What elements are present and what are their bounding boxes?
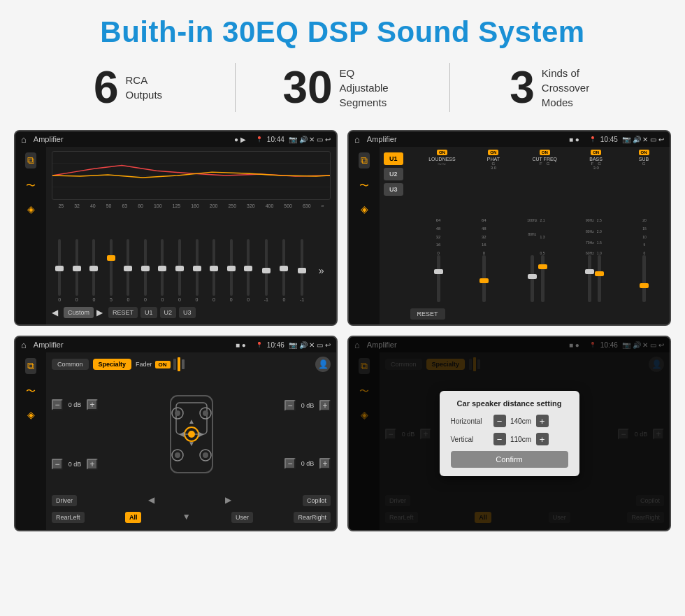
sidebar-eq-icon-2[interactable]: ⧉	[359, 152, 370, 169]
cx-sub-slider[interactable]: 20 15 10 5 0	[642, 218, 647, 302]
cx-u3-btn[interactable]: U3	[384, 183, 403, 196]
user-btn-3[interactable]: User	[231, 512, 253, 523]
rearleft-btn-3[interactable]: RearLeft	[52, 512, 85, 523]
eq-slider-8[interactable]: 0	[196, 239, 199, 302]
svg-point-10	[175, 452, 180, 458]
fader-row-3: Fader ON 👤	[136, 357, 331, 372]
arrow-right-3[interactable]: ▶	[225, 495, 231, 506]
fader-on-3[interactable]: ON	[155, 361, 171, 368]
cx-cutfreq-on[interactable]: ON	[540, 150, 550, 155]
home-icon-3[interactable]: ⌂	[21, 340, 27, 350]
eq-val-7: 0	[178, 297, 181, 302]
next-icon[interactable]: ▶	[96, 308, 103, 317]
cx-loudness-label: LOUDNESS	[428, 157, 456, 162]
confirm-btn[interactable]: Confirm	[451, 451, 568, 468]
cx-bass-on[interactable]: ON	[591, 150, 601, 155]
eq-slider-4[interactable]: 0	[127, 239, 129, 302]
sp-minus-bl[interactable]: −	[52, 459, 63, 470]
eq-slider-5[interactable]: 0	[144, 239, 147, 302]
eq-slider-10[interactable]: 0	[230, 239, 233, 302]
eq-slider-2[interactable]: 0	[92, 239, 95, 302]
sp-minus-br[interactable]: −	[284, 458, 296, 469]
cx-loudness-slider[interactable]: 64 48 32 16 0	[436, 218, 441, 302]
sidebar-eq-icon-3[interactable]: ⧉	[25, 358, 36, 374]
arrow-down-3[interactable]: ▼	[182, 512, 191, 523]
eq-bottom-bar: ◀ Custom ▶ RESET U1 U2 U3	[52, 305, 331, 320]
eq-slider-9[interactable]: 0	[212, 239, 215, 302]
sidebar-speaker-icon[interactable]: ◈	[27, 203, 35, 215]
copilot-btn-3[interactable]: Copilot	[303, 495, 331, 506]
horizontal-minus-btn[interactable]: −	[493, 415, 506, 427]
sp-minus-tl[interactable]: −	[52, 399, 63, 410]
cx-cutfreq-sliders[interactable]: 100Hz 80Hz	[527, 218, 545, 302]
eq-slider-11[interactable]: 0	[247, 239, 250, 302]
all-btn-3[interactable]: All	[125, 512, 142, 523]
cx-loudness-tracks	[437, 255, 440, 302]
u2-btn-1[interactable]: U2	[160, 307, 177, 318]
eq-more-btn[interactable]: »	[319, 239, 324, 302]
screen-crossover: ⌂ Amplifier ■ ● 📍 10:45 📷 🔊 ✕ ▭ ↩ ⧉ 〜 ◈ …	[347, 130, 671, 326]
cx-bass-sliders[interactable]: 90Hz 80Hz 70Hz 60Hz	[586, 218, 602, 302]
sidebar-speaker-icon-3[interactable]: ◈	[27, 409, 35, 420]
dialog-vertical-label: Vertical	[451, 436, 489, 443]
eq-slider-14[interactable]: -1	[300, 239, 304, 302]
driver-btn-3[interactable]: Driver	[52, 495, 77, 506]
eq-slider-13[interactable]: 0	[282, 239, 285, 302]
location-icon-2: 📍	[589, 136, 596, 143]
status-bar-2: ⌂ Amplifier ■ ● 📍 10:45 📷 🔊 ✕ ▭ ↩	[349, 131, 670, 147]
status-icons-2: 📷 🔊 ✕ ▭ ↩	[622, 136, 664, 143]
sp-plus-tl[interactable]: +	[87, 399, 98, 410]
cx-bass: ON BASS F G 3.0	[584, 150, 608, 170]
arrow-left-3[interactable]: ◀	[148, 495, 154, 506]
eq-slider-3[interactable]: 5	[110, 239, 113, 302]
sp-minus-tr[interactable]: −	[284, 400, 296, 411]
eq-slider-1[interactable]: 0	[75, 239, 78, 302]
vertical-plus-btn[interactable]: +	[536, 433, 549, 445]
sidebar-wave-icon-2[interactable]: 〜	[359, 180, 369, 192]
horizontal-plus-btn[interactable]: +	[536, 415, 549, 427]
cx-u1-btn[interactable]: U1	[384, 152, 403, 165]
cx-phat-label: PHAT	[487, 157, 500, 162]
cx-phat: ON PHAT G 3.0	[481, 150, 505, 170]
cx-phat-slider[interactable]: 64 48 32 16 0	[482, 218, 486, 302]
u1-btn-1[interactable]: U1	[140, 307, 157, 318]
sidebar-volume-icon-2[interactable]: ◈	[361, 203, 368, 215]
cx-phat-on[interactable]: ON	[488, 150, 498, 155]
sp-plus-tr[interactable]: +	[319, 400, 331, 411]
eq-slider-12[interactable]: -1	[264, 239, 268, 302]
profile-icon-3[interactable]: 👤	[315, 357, 331, 372]
prev-icon[interactable]: ◀	[52, 308, 58, 317]
cx-u2-btn[interactable]: U2	[384, 168, 403, 180]
eq-slider-6[interactable]: 0	[161, 239, 164, 302]
cx-cutfreq-f: 100Hz 80Hz	[527, 218, 537, 302]
cx-loudness-on[interactable]: ON	[437, 150, 447, 155]
sp-plus-br[interactable]: +	[319, 458, 331, 469]
rearright-btn-3[interactable]: RearRight	[294, 512, 331, 523]
dialog-vertical-row: Vertical − 110cm +	[451, 433, 568, 445]
home-icon-1[interactable]: ⌂	[21, 134, 27, 145]
reset-btn-1[interactable]: RESET	[108, 307, 138, 318]
cx-reset-btn[interactable]: RESET	[410, 308, 445, 320]
sp-plus-bl[interactable]: +	[87, 459, 98, 470]
sidebar-equalizer-icon[interactable]: ⧉	[25, 152, 36, 169]
common-tab-3[interactable]: Common	[52, 359, 89, 370]
eq-slider-0[interactable]: 0	[58, 239, 61, 302]
cx-phat-tracks	[482, 255, 486, 302]
u3-btn-1[interactable]: U3	[179, 307, 196, 318]
cx-sub-on[interactable]: ON	[639, 150, 649, 155]
svg-text:▶: ▶	[199, 430, 204, 438]
eq-slider-7[interactable]: 0	[178, 239, 181, 302]
cx-sub-g: G	[642, 162, 646, 166]
custom-btn[interactable]: Custom	[64, 307, 94, 318]
sp-top-row: Common Specialty Fader ON 👤	[52, 357, 331, 372]
vertical-minus-btn[interactable]: −	[493, 433, 506, 445]
sidebar-wave-icon[interactable]: 〜	[26, 180, 36, 192]
sidebar-wave-icon-3[interactable]: 〜	[26, 385, 36, 398]
specialty-tab-3[interactable]: Specialty	[93, 359, 132, 370]
svg-text:◀: ◀	[179, 430, 185, 438]
freq-100: 100	[154, 203, 162, 208]
freq-200: 200	[210, 203, 218, 208]
home-icon-2[interactable]: ⌂	[354, 134, 360, 145]
sp-db-br: − 0 dB +	[284, 458, 331, 469]
dialog-horizontal-row: Horizontal − 140cm +	[451, 415, 568, 427]
